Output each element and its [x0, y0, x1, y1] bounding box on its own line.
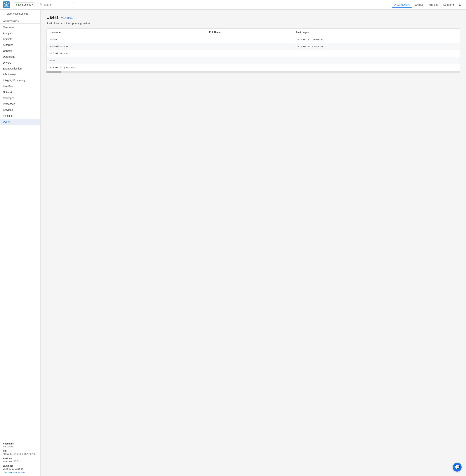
sidebar-item-services[interactable]: Services [0, 107, 40, 113]
nav-link-organizations[interactable]: Organizations [392, 2, 412, 8]
cell-last_logon [293, 50, 460, 57]
cell-full_name [206, 50, 293, 57]
cell-last_logon: 2024-09-21 10:08:20 [293, 36, 460, 43]
bottom-scrollbar[interactable] [47, 71, 460, 73]
chat-icon: 💬 [455, 465, 460, 470]
scrollbar-thumb [47, 71, 61, 73]
sidebar: ← Back to LimaCharlie WORKSTATION Overvi… [0, 10, 41, 476]
sidebar-item-detections[interactable]: Detections [0, 54, 40, 60]
table-row[interactable]: DefaultAccount [47, 50, 460, 57]
nav-link-groups[interactable]: Groups [413, 2, 426, 7]
cell-last_logon: 2022-05-23 03:57:08 [293, 43, 460, 50]
sidebar-item-timeline[interactable]: Timeline [0, 113, 40, 119]
sidebar-item-users[interactable]: Users [0, 119, 40, 125]
platform-label: Platform [3, 457, 37, 460]
sidebar-item-overview[interactable]: Overview [0, 24, 40, 30]
platform-value: Windows x86 64 bit [3, 460, 37, 463]
sidebar-item-file-system[interactable]: File System [0, 71, 40, 77]
sidebar-item-console[interactable]: Console [0, 48, 40, 54]
logo[interactable] [3, 1, 10, 8]
org-status-dot [16, 4, 17, 6]
settings-icon[interactable]: ⚙ [457, 2, 463, 8]
page-header: Users [View Docs] [47, 15, 460, 20]
table-row[interactable]: Guest [47, 57, 460, 64]
sidebar-item-processes[interactable]: Processes [0, 101, 40, 107]
sidebar-item-event-collection[interactable]: Event Collection [0, 66, 40, 71]
cell-username: DefaultAccount [47, 50, 206, 57]
table-row[interactable]: Administrator2022-05-23 03:57:08 [47, 43, 460, 50]
cell-full_name [206, 43, 293, 50]
users-table-wrap: Username Full Name Last Logon admin2024-… [47, 28, 460, 71]
page-description: A list of users on this operating system… [47, 22, 460, 25]
table-row[interactable]: WDAGUtilityAccount [47, 64, 460, 71]
hostname-value: workstation [3, 445, 37, 448]
last-seen-value: 2024-09-27 03:15:58 [3, 467, 37, 470]
sidebar-item-autoruns[interactable]: Autoruns [0, 42, 40, 48]
col-lastlogon: Last Logon [293, 29, 460, 36]
back-arrow-icon: ← [3, 12, 6, 15]
back-link-label: Back to LimaCharlie [7, 12, 28, 15]
section-label: WORKSTATION [0, 18, 40, 23]
main-content: Users [View Docs] A list of users on thi… [41, 10, 466, 476]
chevron-down-icon: ▾ [453, 3, 454, 6]
col-fullname: Full Name [206, 29, 293, 36]
users-table: Username Full Name Last Logon admin2024-… [47, 29, 460, 71]
back-link[interactable]: ← Back to LimaCharlie [0, 10, 40, 18]
cell-full_name [206, 36, 293, 43]
nav-links: Organizations Groups Add-ons Support ▾ ⚙ [392, 2, 463, 8]
sidebar-item-drivers[interactable]: Drivers [0, 60, 40, 66]
search-input[interactable] [44, 3, 72, 6]
cell-full_name [206, 64, 293, 71]
sidebar-item-live-feed[interactable]: Live Feed [0, 83, 40, 89]
sidebar-item-integrity-monitoring[interactable]: Integrity Monitoring [0, 77, 40, 83]
last-seen-label: Last Seen [3, 464, 37, 467]
cell-username: Administrator [47, 43, 206, 50]
chat-button[interactable]: 💬 [453, 463, 462, 472]
cell-full_name [206, 57, 293, 64]
col-username: Username [47, 29, 206, 36]
limacharlie-url[interactable]: https://app.limacharlie.io [3, 470, 37, 473]
cell-last_logon [293, 64, 460, 71]
sidebar-item-packages[interactable]: Packages [0, 95, 40, 101]
top-navigation: LimaCharlie ▾ 🔍 Organizations Groups Add… [0, 0, 466, 10]
search-icon: 🔍 [40, 3, 43, 6]
hostname-label: Hostname [3, 442, 37, 445]
cell-username: WDAGUtilityAccount [47, 64, 206, 71]
sidebar-footer: Hostname workstation SID a8f8ca97-8614-4… [0, 440, 40, 476]
cell-username: Guest [47, 57, 206, 64]
table-header-row: Username Full Name Last Logon [47, 29, 460, 36]
sid-value: a8f8ca97-8614-438d-qb26-1910... [3, 453, 37, 455]
page-title: Users [47, 15, 59, 20]
org-selector[interactable]: LimaCharlie ▾ [14, 2, 35, 7]
org-name: LimaCharlie [18, 3, 31, 6]
sidebar-item-artifacts[interactable]: Artifacts [0, 36, 40, 42]
chevron-down-icon: ▾ [32, 4, 33, 6]
table-row[interactable]: admin2024-09-21 10:08:20 [47, 36, 460, 43]
sid-label: SID [3, 450, 37, 453]
sidebar-item-network[interactable]: Network [0, 89, 40, 95]
cell-username: admin [47, 36, 206, 43]
cell-last_logon [293, 57, 460, 64]
view-docs-link[interactable]: [View Docs] [61, 17, 73, 19]
nav-link-addons[interactable]: Add-ons [426, 2, 440, 7]
sidebar-item-analytics[interactable]: Analytics [0, 30, 40, 36]
main-layout: ← Back to LimaCharlie WORKSTATION Overvi… [0, 10, 466, 476]
search-bar[interactable]: 🔍 [37, 2, 74, 7]
nav-link-support[interactable]: Support ▾ [441, 2, 456, 7]
